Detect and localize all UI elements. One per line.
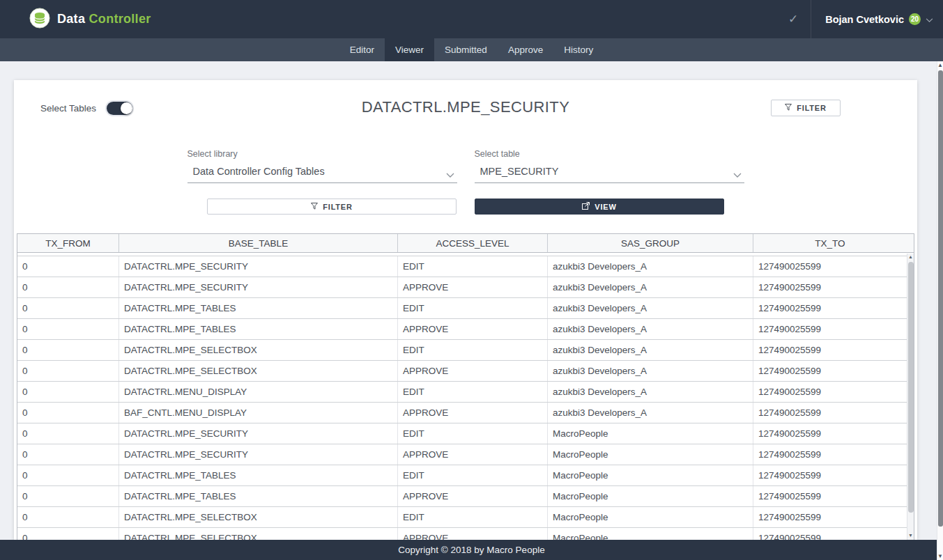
header-divider	[811, 0, 811, 38]
table-cell: 127490025599	[753, 403, 907, 423]
column-header-base_table[interactable]: BASE_TABLE	[119, 234, 398, 252]
table-cell: DATACTRL.MENU_DISPLAY	[119, 382, 398, 402]
table-cell: DATACTRL.MPE_SELECTBOX	[119, 340, 398, 360]
table-cell: azukbi3 Developers_A	[548, 298, 753, 318]
table-scrollbar-thumb[interactable]	[908, 262, 914, 513]
data-table: TX_FROMBASE_TABLEACCESS_LEVELSAS_GROUPTX…	[17, 233, 914, 540]
table-scrollbar[interactable]: ▲ ▼	[907, 254, 914, 540]
main-nav: EditorViewerSubmittedApproveHistory	[0, 38, 943, 61]
table-select[interactable]: MPE_SECURITY	[475, 166, 744, 183]
scroll-up-icon[interactable]: ▲	[937, 62, 943, 68]
page-scrollbar[interactable]: ▲ ▼	[937, 61, 943, 560]
column-header-access_level[interactable]: ACCESS_LEVEL	[398, 234, 548, 252]
table-cell: 127490025599	[753, 382, 907, 402]
filter-button[interactable]: FILTER	[207, 199, 457, 215]
table-cell: 127490025599	[753, 444, 907, 465]
table-cell: azukbi3 Developers_A	[548, 382, 753, 402]
table-row: 0DATACTRL.MPE_TABLESAPPROVEMacroPeople12…	[17, 486, 907, 507]
table-cell: 0	[17, 507, 119, 527]
table-row: 0DATACTRL.MPE_TABLESEDITMacroPeople12749…	[17, 465, 907, 486]
table-row: 0DATACTRL.MPE_TABLESAPPROVEazukbi3 Devel…	[17, 319, 907, 340]
table-select-label: Select table	[475, 149, 744, 159]
table-cell: 0	[17, 444, 119, 465]
table-cell: 127490025599	[753, 319, 907, 339]
table-row: 0DATACTRL.MPE_SELECTBOXEDITazukbi3 Devel…	[17, 340, 907, 361]
table-cell: MacroPeople	[548, 507, 753, 527]
table-cell: BAF_CNTL.MENU_DISPLAY	[119, 403, 398, 423]
table-row: 0DATACTRL.MENU_DISPLAYEDITazukbi3 Develo…	[17, 382, 907, 403]
table-cell: 127490025599	[753, 361, 907, 381]
table-row: 0DATACTRL.MPE_SECURITYAPPROVEazukbi3 Dev…	[17, 277, 907, 298]
tab-approve[interactable]: Approve	[498, 38, 553, 61]
table-cell: DATACTRL.MPE_TABLES	[119, 298, 398, 318]
column-header-sas_group[interactable]: SAS_GROUP	[548, 234, 753, 252]
table-cell: 0	[17, 319, 119, 339]
chevron-down-icon	[733, 169, 742, 180]
library-select-label: Select library	[187, 149, 457, 159]
table-row: 0DATACTRL.MPE_SECURITYEDITazukbi3 Develo…	[17, 256, 907, 277]
table-row: 0DATACTRL.MPE_SECURITYEDITMacroPeople127…	[17, 423, 907, 444]
table-cell: azukbi3 Developers_A	[548, 361, 753, 381]
tab-submitted[interactable]: Submitted	[434, 38, 498, 61]
table-row: 0BAF_CNTL.MENU_DISPLAYAPPROVEazukbi3 Dev…	[17, 403, 907, 423]
brand-name: Data Controller	[57, 12, 151, 26]
table-cell: 127490025599	[753, 256, 907, 277]
tab-viewer[interactable]: Viewer	[385, 38, 434, 61]
table-cell: APPROVE	[398, 528, 548, 540]
table-cell: EDIT	[398, 256, 548, 277]
viewer-card: Select Tables DATACTRL.MPE_SECURITY FILT…	[14, 80, 917, 540]
table-cell: APPROVE	[398, 486, 548, 506]
filter-icon	[311, 203, 318, 211]
tab-history[interactable]: History	[553, 38, 604, 61]
table-cell: 127490025599	[753, 277, 907, 297]
table-cell: MacroPeople	[548, 528, 753, 540]
table-cell: EDIT	[398, 507, 548, 527]
table-cell: 0	[17, 340, 119, 360]
page-scrollbar-thumb[interactable]	[938, 70, 943, 527]
table-cell: DATACTRL.MPE_TABLES	[119, 486, 398, 506]
table-row: 0DATACTRL.MPE_SELECTBOXEDITMacroPeople12…	[17, 507, 907, 528]
table-cell: 127490025599	[753, 340, 907, 360]
table-cell: MacroPeople	[548, 486, 753, 506]
table-cell: 0	[17, 277, 119, 297]
view-icon	[582, 202, 590, 211]
tab-editor[interactable]: Editor	[339, 38, 385, 61]
table-cell: 0	[17, 403, 119, 423]
column-header-tx_to[interactable]: TX_TO	[753, 234, 907, 252]
table-cell: 0	[17, 298, 119, 318]
scroll-down-icon[interactable]: ▼	[907, 533, 914, 538]
table-cell: 127490025599	[753, 528, 907, 540]
chevron-down-icon	[926, 13, 933, 26]
scroll-up-icon[interactable]: ▲	[907, 254, 914, 259]
table-cell: EDIT	[398, 298, 548, 318]
table-row: 0DATACTRL.MPE_SELECTBOXAPPROVEazukbi3 De…	[17, 361, 907, 382]
scroll-down-icon[interactable]: ▼	[937, 553, 943, 559]
table-cell: azukbi3 Developers_A	[548, 340, 753, 360]
table-cell: DATACTRL.MPE_SECURITY	[119, 423, 398, 444]
footer: Copyright © 2018 by Macro People	[0, 540, 943, 560]
table-row: 0DATACTRL.MPE_SECURITYAPPROVEMacroPeople…	[17, 444, 907, 465]
table-cell: 0	[17, 361, 119, 381]
table-cell: DATACTRL.MPE_SECURITY	[119, 444, 398, 465]
table-cell: DATACTRL.MPE_SELECTBOX	[119, 361, 398, 381]
brand-logo[interactable]: Data Controller	[29, 8, 151, 31]
user-name: Bojan Cvetkovic	[825, 14, 904, 25]
column-header-tx_from[interactable]: TX_FROM	[17, 234, 119, 252]
table-cell: azukbi3 Developers_A	[548, 319, 753, 339]
table-cell: 127490025599	[753, 298, 907, 318]
table-cell: APPROVE	[398, 361, 548, 381]
user-menu[interactable]: Bojan Cvetkovic 20	[825, 13, 933, 26]
copyright-text: Copyright © 2018 by Macro People	[398, 545, 544, 555]
data-controller-logo-icon	[29, 8, 50, 31]
view-button[interactable]: VIEW	[475, 199, 724, 215]
table-cell: DATACTRL.MPE_SELECTBOX	[119, 528, 398, 540]
table-cell: 127490025599	[753, 465, 907, 485]
table-cell: azukbi3 Developers_A	[548, 403, 753, 423]
filter-button-top[interactable]: FILTER	[771, 100, 841, 116]
check-icon[interactable]: ✓	[788, 12, 798, 26]
table-cell: APPROVE	[398, 444, 548, 465]
table-cell: DATACTRL.MPE_SECURITY	[119, 277, 398, 297]
library-select[interactable]: Data Controller Config Tables	[187, 166, 457, 183]
table-cell: azukbi3 Developers_A	[548, 277, 753, 297]
table-cell: 0	[17, 382, 119, 402]
